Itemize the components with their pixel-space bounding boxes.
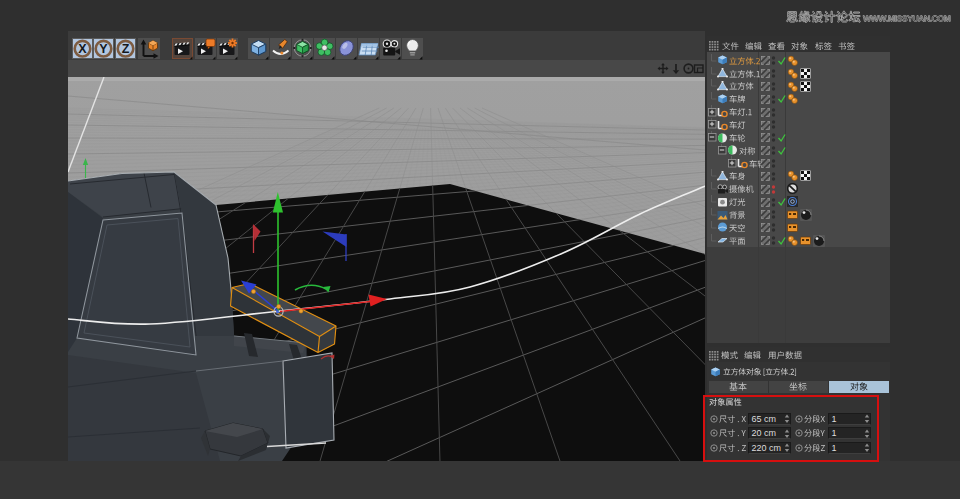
svg-text:X: X (78, 42, 87, 56)
svg-text:Y: Y (100, 42, 109, 56)
svg-text:Z: Z (122, 42, 130, 56)
